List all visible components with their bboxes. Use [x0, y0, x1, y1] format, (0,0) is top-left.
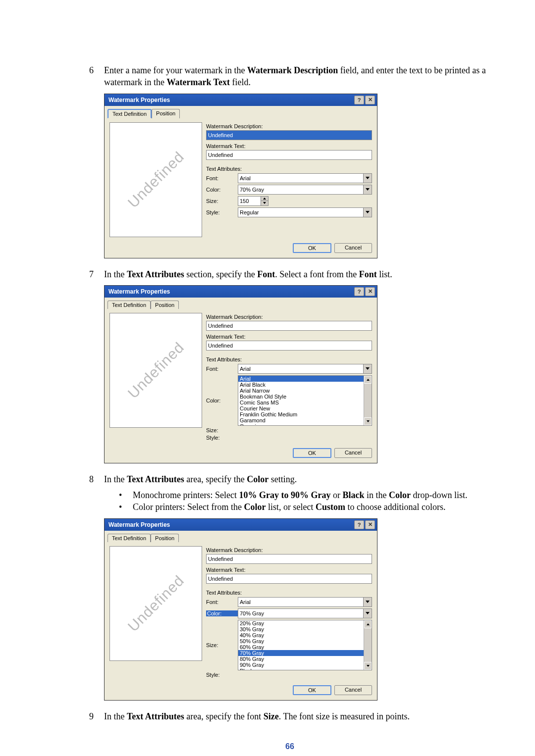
step-7: 7 In the Text Attributes section, specif… [89, 268, 490, 280]
help-icon[interactable]: ? [354, 287, 364, 296]
cancel-button[interactable]: Cancel [334, 243, 372, 253]
list-item[interactable]: Arial [238, 376, 364, 382]
cancel-button[interactable]: Cancel [334, 685, 372, 695]
watermark-description-input[interactable]: Undefined [206, 321, 372, 331]
close-icon[interactable]: ✕ [365, 520, 375, 529]
scroll-down-icon[interactable] [364, 662, 372, 670]
bullet-text: Color printers: Select from the Color li… [133, 501, 445, 513]
list-item[interactable]: Comic Sans MS [238, 400, 364, 405]
style-combo[interactable]: Regular [238, 207, 372, 217]
chevron-down-icon[interactable] [363, 185, 372, 194]
list-item[interactable]: 50% Gray [238, 638, 364, 644]
list-item[interactable]: 90% Gray [238, 662, 364, 668]
desc-label: Watermark Description: [206, 547, 372, 553]
size-label: Size: [206, 642, 238, 648]
tab-text-definition[interactable]: Text Definition [107, 301, 151, 309]
close-icon[interactable]: ✕ [365, 287, 375, 296]
scrollbar[interactable] [364, 620, 372, 670]
titlebar: Watermark Properties ? ✕ [105, 94, 377, 106]
ok-button[interactable]: OK [293, 448, 331, 458]
chevron-down-icon[interactable] [363, 174, 372, 183]
titlebar: Watermark Properties ? ✕ [105, 519, 377, 531]
scroll-down-icon[interactable] [364, 417, 372, 425]
list-item[interactable]: Black [238, 668, 364, 670]
tab-position[interactable]: Position [151, 301, 179, 309]
color-list[interactable]: 20% Gray 30% Gray 40% Gray 50% Gray 60% … [238, 620, 372, 670]
preview-text: Undefined [124, 572, 187, 635]
ok-button[interactable]: OK [293, 243, 331, 253]
bullet-icon: • [119, 501, 133, 513]
watermark-preview: Undefined [109, 122, 202, 237]
font-list[interactable]: Arial Arial Black Arial Narrow Bookman O… [238, 375, 372, 426]
desc-label: Watermark Description: [206, 314, 372, 320]
font-combo[interactable]: Arial [238, 173, 372, 183]
bullet-text: Monochrome printers: Select 10% Gray to … [133, 489, 467, 501]
list-item[interactable]: 30% Gray [238, 626, 364, 632]
watermark-text-input[interactable]: Undefined [206, 341, 372, 351]
dialog-screenshot-2: Watermark Properties ? ✕ Text Definition… [104, 285, 490, 463]
watermark-text-input[interactable]: Undefined [206, 150, 372, 160]
list-item[interactable]: Garamond [238, 417, 364, 423]
step-6: 6 Enter a name for your watermark in the… [89, 64, 490, 89]
list-item[interactable]: 20% Gray [238, 620, 364, 626]
step-9: 9 In the Text Attributes area, specify t… [89, 710, 490, 722]
text-label: Watermark Text: [206, 567, 372, 573]
chevron-down-icon[interactable] [363, 364, 372, 373]
bullet-icon: • [119, 489, 133, 501]
list-item[interactable]: Arial Black [238, 382, 364, 388]
chevron-down-icon[interactable] [363, 208, 372, 217]
close-icon[interactable]: ✕ [365, 96, 375, 104]
dialog-screenshot-1: Watermark Properties ? ✕ Text Definition… [104, 94, 490, 258]
preview-text: Undefined [124, 339, 187, 402]
color-label: Color: [206, 398, 238, 403]
page-number: 66 [89, 742, 490, 751]
list-item[interactable]: 80% Gray [238, 656, 364, 662]
size-label: Size: [206, 198, 238, 204]
scrollbar[interactable] [364, 376, 372, 425]
color-label: Color: [206, 187, 238, 193]
color-label: Color: [206, 610, 238, 616]
step-8-sublist: • Monochrome printers: Select 10% Gray t… [119, 489, 490, 513]
text-label: Watermark Text: [206, 143, 372, 149]
tab-text-definition[interactable]: Text Definition [107, 109, 152, 118]
list-item[interactable]: 70% Gray [238, 650, 364, 656]
chevron-down-icon[interactable] [363, 598, 372, 606]
list-item[interactable]: Bookman Old Style [238, 394, 364, 400]
watermark-text-input[interactable]: Undefined [206, 574, 372, 584]
cancel-button[interactable]: Cancel [334, 448, 372, 458]
watermark-preview: Undefined [109, 313, 202, 428]
spinner-up-icon[interactable] [261, 197, 268, 202]
tab-position[interactable]: Position [151, 534, 179, 542]
list-item[interactable]: Arial Narrow [238, 388, 364, 394]
size-spinner[interactable]: 150 [238, 196, 268, 206]
font-combo[interactable]: Arial [238, 597, 372, 607]
text-label: Watermark Text: [206, 334, 372, 340]
ok-button[interactable]: OK [293, 685, 331, 695]
tab-text-definition[interactable]: Text Definition [107, 534, 151, 542]
help-icon[interactable]: ? [354, 96, 364, 104]
watermark-description-input[interactable]: Undefined [206, 130, 372, 140]
color-combo[interactable]: 70% Gray [238, 608, 372, 618]
help-icon[interactable]: ? [354, 520, 364, 529]
list-item[interactable]: Courier New [238, 405, 364, 411]
dialog-title: Watermark Properties [108, 521, 170, 528]
spinner-down-icon[interactable] [261, 201, 268, 205]
tab-position[interactable]: Position [152, 109, 180, 118]
list-item[interactable]: 60% Gray [238, 644, 364, 650]
style-label: Style: [206, 209, 238, 215]
font-label: Font: [206, 175, 238, 181]
watermark-description-input[interactable]: Undefined [206, 554, 372, 564]
list-item[interactable]: Franklin Gothic Medium [238, 411, 364, 417]
chevron-down-icon[interactable] [363, 609, 372, 618]
font-label: Font: [206, 366, 238, 372]
font-combo[interactable]: Arial [238, 364, 372, 374]
list-item[interactable]: 40% Gray [238, 632, 364, 638]
dialog-title: Watermark Properties [108, 288, 170, 295]
scroll-up-icon[interactable] [364, 376, 372, 384]
step-8: 8 In the Text Attributes area, specify t… [89, 473, 490, 485]
list-item[interactable]: Georgia [238, 423, 364, 426]
step-number: 6 [89, 64, 104, 89]
scroll-up-icon[interactable] [364, 620, 372, 628]
size-label: Size: [206, 427, 238, 433]
color-combo[interactable]: 70% Gray [238, 185, 372, 195]
